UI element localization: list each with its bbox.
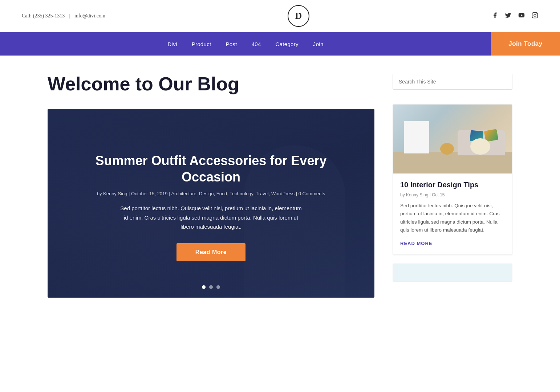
hero-slider: Summer Outfit Accessories for Every Occa… bbox=[48, 109, 374, 298]
nav-join[interactable]: Join bbox=[313, 41, 324, 47]
right-column: 10 Interior Design Tips by Kenny Sing | … bbox=[393, 74, 512, 290]
navigation: Divi Product Post 404 Category Join Join… bbox=[0, 32, 560, 56]
svg-point-2 bbox=[536, 13, 537, 14]
svg-point-1 bbox=[534, 14, 536, 16]
phone-number: Call: (235) 325-1313 bbox=[22, 13, 65, 19]
search-input[interactable] bbox=[393, 74, 512, 90]
twitter-icon[interactable] bbox=[505, 12, 511, 20]
slider-dot-1[interactable] bbox=[202, 285, 206, 289]
nav-post[interactable]: Post bbox=[226, 41, 237, 47]
room-table bbox=[470, 138, 490, 155]
instagram-icon[interactable] bbox=[532, 12, 538, 20]
blog-card-2-partial bbox=[393, 264, 512, 282]
card-title-1: 10 Interior Design Tips bbox=[400, 180, 505, 189]
slider-dots bbox=[202, 285, 220, 289]
hero-read-more-button[interactable]: Read More bbox=[176, 243, 245, 261]
svg-rect-0 bbox=[532, 12, 537, 18]
hero-post-meta: by Kenny Sing | October 15, 2019 | Archi… bbox=[77, 191, 345, 196]
join-today-button[interactable]: Join Today bbox=[491, 32, 560, 56]
room-stool bbox=[440, 143, 454, 155]
slider-dot-2[interactable] bbox=[209, 285, 213, 289]
email-address[interactable]: info@divi.com bbox=[74, 13, 105, 19]
card-excerpt-1: Sed porttitor lectus nibh. Quisque velit… bbox=[400, 202, 505, 234]
hero-post-excerpt: Sed porttitor lectus nibh. Quisque velit… bbox=[120, 204, 302, 232]
top-bar: Call: (235) 325-1313 | info@divi.com D bbox=[0, 0, 560, 32]
card-image-1 bbox=[393, 105, 512, 173]
blog-card-1: 10 Interior Design Tips by Kenny Sing | … bbox=[393, 104, 512, 255]
slider-dot-3[interactable] bbox=[216, 285, 220, 289]
youtube-icon[interactable] bbox=[518, 12, 525, 20]
nav-category[interactable]: Category bbox=[276, 41, 299, 47]
nav-divi[interactable]: Divi bbox=[167, 41, 177, 47]
nav-404[interactable]: 404 bbox=[252, 41, 261, 47]
nav-product[interactable]: Product bbox=[192, 41, 211, 47]
card-meta-1: by Kenny Sing | Oct 15 bbox=[400, 192, 505, 197]
site-logo[interactable]: D bbox=[288, 5, 309, 27]
card-body-1: 10 Interior Design Tips by Kenny Sing | … bbox=[393, 173, 512, 254]
room-cabinet bbox=[404, 121, 429, 154]
card-read-more-button-1[interactable]: READ MORE bbox=[400, 241, 432, 246]
page-title: Welcome to Our Blog bbox=[48, 74, 374, 94]
hero-post-title: Summer Outfit Accessories for Every Occa… bbox=[77, 152, 345, 185]
nav-links: Divi Product Post 404 Category Join bbox=[0, 32, 491, 56]
social-icons-group bbox=[492, 12, 538, 20]
contact-info: Call: (235) 325-1313 | info@divi.com bbox=[22, 13, 105, 19]
hero-content: Summer Outfit Accessories for Every Occa… bbox=[48, 109, 374, 283]
separator: | bbox=[69, 13, 70, 19]
facebook-icon[interactable] bbox=[492, 12, 498, 20]
main-content: Welcome to Our Blog Summer Outfit Access… bbox=[26, 56, 534, 319]
left-column: Welcome to Our Blog Summer Outfit Access… bbox=[48, 74, 374, 298]
